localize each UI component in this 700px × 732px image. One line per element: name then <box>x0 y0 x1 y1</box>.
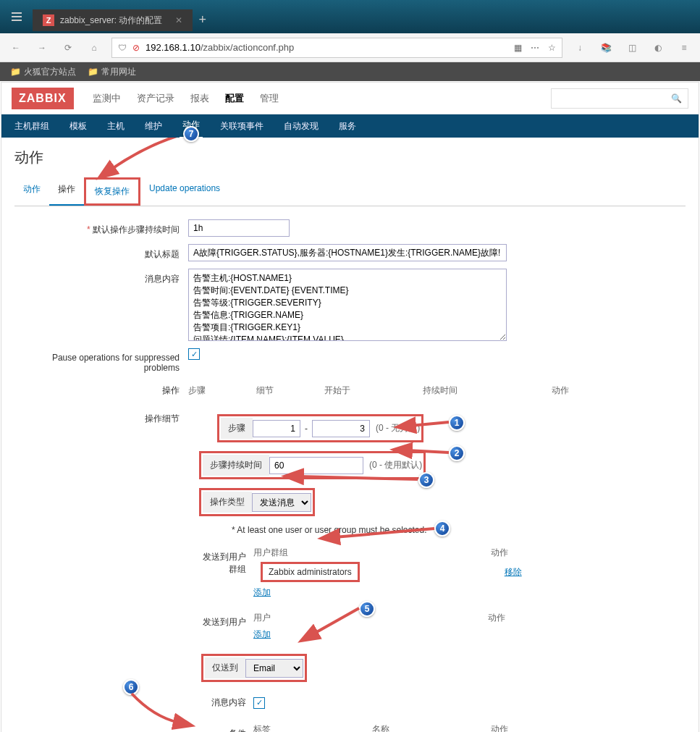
input-step-from[interactable] <box>253 420 300 437</box>
page-content: 动作 动作 操作 恢复操作 Update operations 默认操作步骤持续… <box>1 138 699 732</box>
library-icon[interactable]: 📚 <box>597 39 615 56</box>
top-menu-reports[interactable]: 报表 <box>190 92 209 105</box>
badge-6: 6 <box>123 679 139 695</box>
page-title: 动作 <box>14 148 686 167</box>
address-bar[interactable]: 🛡 ⊘ 192.168.1.10/zabbix/actionconf.php ▦… <box>111 38 562 58</box>
subnav-services[interactable]: 服务 <box>336 114 359 138</box>
badge-4: 4 <box>434 521 450 537</box>
star-icon[interactable]: ☆ <box>548 43 556 53</box>
badge-5: 5 <box>359 601 375 617</box>
badge-3: 3 <box>418 472 434 488</box>
step-duration-box: 步骤持续时间 (0 - 使用默认) <box>199 451 426 479</box>
input-default-title[interactable] <box>188 244 507 261</box>
tab-action[interactable]: 动作 <box>14 177 49 206</box>
home-icon[interactable]: ⌂ <box>85 39 103 56</box>
search-icon: 🔍 <box>671 93 682 104</box>
step-range-box: 步骤 - (0 - 无穷大) <box>217 414 423 442</box>
user-group-item: Zabbix administrators <box>261 562 360 582</box>
url-path: /zabbix/actionconf.php <box>201 42 294 53</box>
tab-operations[interactable]: 操作 <box>49 177 84 206</box>
close-icon[interactable]: ✕ <box>175 15 182 25</box>
input-step-duration[interactable] <box>188 219 290 237</box>
send-only-box: 仅送到 Email <box>201 654 307 682</box>
shield-icon[interactable]: 🛡 <box>118 43 127 53</box>
label-operations: 操作 <box>14 380 188 397</box>
checkbox-msg-content[interactable]: ✓ <box>253 697 265 709</box>
label-default-title: 默认标题 <box>14 244 188 261</box>
add-group-link[interactable]: 添加 <box>253 587 271 597</box>
th-tag: 标签 <box>253 723 271 732</box>
subnav-hosts[interactable]: 主机 <box>104 114 127 138</box>
th-start: 开始于 <box>324 384 350 397</box>
favicon: Z <box>43 14 54 26</box>
note-user-required: * At least one user or user group must b… <box>232 525 522 535</box>
subnav-templates[interactable]: 模板 <box>67 114 90 138</box>
sidebar-icon[interactable]: ◫ <box>623 39 641 56</box>
new-tab-button[interactable]: + <box>198 12 206 28</box>
label-step-duration: 默认操作步骤持续时间 <box>14 219 188 236</box>
top-menu-config[interactable]: 配置 <box>225 92 244 105</box>
label-step: 步骤 <box>221 418 253 439</box>
reload-icon[interactable]: ⟳ <box>59 39 77 56</box>
checkbox-pause[interactable]: ✓ <box>188 348 200 360</box>
label-send-only: 仅送到 <box>205 657 245 678</box>
input-step-dur[interactable] <box>269 457 363 474</box>
browser-titlebar: Z zabbix_server: 动作的配置 ✕ + <box>0 0 700 33</box>
select-op-type[interactable]: 发送消息 <box>252 493 311 512</box>
zabbix-header: ZABBIX 监测中 资产记录 报表 配置 管理 🔍 <box>1 83 699 114</box>
remove-link[interactable]: 移除 <box>505 566 522 579</box>
hint-step-dur: (0 - 使用默认) <box>369 459 422 471</box>
add-user-link[interactable]: 添加 <box>253 629 271 639</box>
subnav-discovery[interactable]: 自动发现 <box>281 114 321 138</box>
input-step-to[interactable] <box>312 420 370 437</box>
label-pause: Pause operations for suppressed problems <box>14 348 188 373</box>
download-icon[interactable]: ↓ <box>571 39 589 56</box>
top-menu-monitoring[interactable]: 监测中 <box>93 92 121 105</box>
top-menu-admin[interactable]: 管理 <box>260 92 279 105</box>
tab-recovery[interactable]: 恢复操作 <box>84 177 140 206</box>
lock-slash-icon: ⊘ <box>132 43 140 53</box>
back-icon[interactable]: ← <box>7 39 25 56</box>
th-user-group: 用户群组 <box>253 547 288 559</box>
th-steps: 步骤 <box>188 384 206 397</box>
label-msg-content2: 消息内容 <box>188 692 253 713</box>
label-message-content: 消息内容 <box>14 269 188 285</box>
label-conditions: 条件 <box>188 723 253 732</box>
label-op-details: 操作细节 <box>14 408 188 425</box>
th-details: 细节 <box>256 384 274 397</box>
top-menu-inventory[interactable]: 资产记录 <box>137 92 174 105</box>
subnav-correlation[interactable]: 关联项事件 <box>217 114 266 138</box>
th-action: 动作 <box>491 547 508 559</box>
menu-dots-icon[interactable]: ⋯ <box>531 43 539 53</box>
textarea-message[interactable]: 告警主机:{HOST.NAME1} 告警时间:{EVENT.DATE} {EVE… <box>188 269 507 341</box>
badge-2: 2 <box>449 445 465 461</box>
hamburger-icon[interactable] <box>0 0 33 33</box>
op-type-box: 操作类型 发送消息 <box>199 488 315 516</box>
hint-step: (0 - 无穷大) <box>376 422 420 434</box>
form-tabs: 动作 操作 恢复操作 Update operations <box>14 177 686 206</box>
bookmark-item[interactable]: 📁 火狐官方站点 <box>10 66 76 78</box>
select-send-only[interactable]: Email <box>245 659 303 678</box>
th-action2: 动作 <box>488 612 505 624</box>
label-step-dur: 步骤持续时间 <box>203 455 269 476</box>
menu-icon[interactable]: ≡ <box>675 39 693 56</box>
label-op-type: 操作类型 <box>203 492 252 513</box>
badge-7: 7 <box>183 126 199 142</box>
zabbix-logo[interactable]: ZABBIX <box>12 88 74 109</box>
forward-icon[interactable]: → <box>33 39 51 56</box>
tab-title: zabbix_server: 动作的配置 <box>60 14 162 27</box>
subnav-maintenance[interactable]: 维护 <box>142 114 165 138</box>
search-input[interactable]: 🔍 <box>551 88 688 109</box>
label-send-group: 发送到用户群组 <box>188 547 253 580</box>
ext-icon[interactable]: ◐ <box>649 39 667 56</box>
bookmarks-bar: 📁 火狐官方站点 📁 常用网址 <box>0 62 700 81</box>
url-host: 192.168.1.10 <box>146 42 201 53</box>
qr-icon[interactable]: ▦ <box>514 43 522 53</box>
browser-tab[interactable]: Z zabbix_server: 动作的配置 ✕ <box>33 9 193 31</box>
subnav-hostgroups[interactable]: 主机群组 <box>12 114 52 138</box>
th-action: 动作 <box>552 384 569 397</box>
tab-update[interactable]: Update operations <box>140 177 229 206</box>
browser-toolbar: ← → ⟳ ⌂ 🛡 ⊘ 192.168.1.10/zabbix/actionco… <box>0 33 700 62</box>
bookmark-item[interactable]: 📁 常用网址 <box>88 66 136 78</box>
operations-table-header: 步骤 细节 开始于 持续时间 动作 <box>188 380 569 401</box>
